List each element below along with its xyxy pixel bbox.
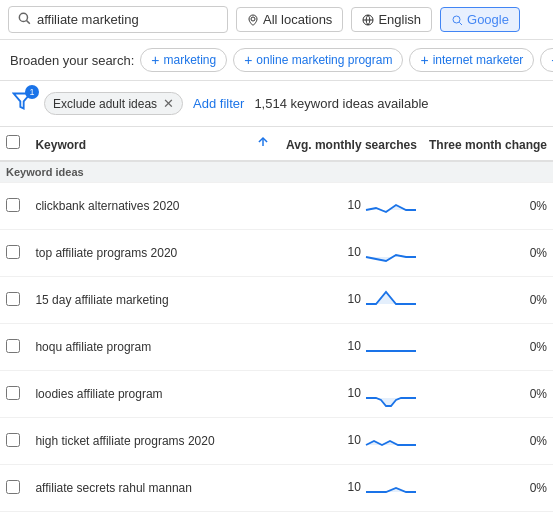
search-box[interactable]: affiliate marketing — [8, 6, 228, 33]
active-filter-label: Exclude adult ideas — [53, 97, 157, 111]
remove-filter-button[interactable]: ✕ — [163, 96, 174, 111]
select-all-checkbox[interactable] — [6, 135, 20, 149]
search-engine-icon — [451, 14, 463, 26]
search-icon — [17, 11, 31, 28]
row-checkbox[interactable] — [6, 198, 20, 212]
broaden-chip-label-2: internet marketer — [433, 53, 524, 67]
avg-cell: 10 — [280, 277, 423, 324]
arrow-cell — [245, 465, 280, 512]
broaden-chip-0[interactable]: + marketing — [140, 48, 227, 72]
search-engine-button[interactable]: Google — [440, 7, 520, 32]
plus-icon-0: + — [151, 52, 159, 68]
search-engine-label: Google — [467, 12, 509, 27]
table-header-row: Keyword Avg. monthly searches Three mont… — [0, 127, 553, 161]
language-button[interactable]: English — [351, 7, 432, 32]
row-checkbox-cell — [0, 418, 29, 465]
table-row: clickbank alternatives 2020100% — [0, 183, 553, 230]
add-filter-button[interactable]: Add filter — [193, 96, 244, 111]
arrow-cell — [245, 512, 280, 519]
keyword-table-wrap: Keyword Avg. monthly searches Three mont… — [0, 127, 553, 518]
top-bar: affiliate marketing All locations Englis… — [0, 0, 553, 40]
avg-number: 10 — [348, 292, 361, 306]
language-icon — [362, 14, 374, 26]
col-header-avg: Avg. monthly searches — [280, 127, 423, 161]
row-checkbox-cell — [0, 277, 29, 324]
row-checkbox[interactable] — [6, 433, 20, 447]
broaden-label: Broaden your search: — [10, 53, 134, 68]
plus-icon-1: + — [244, 52, 252, 68]
sparkline-svg — [365, 472, 417, 504]
location-button[interactable]: All locations — [236, 7, 343, 32]
section-header-row: Keyword ideas — [0, 161, 553, 183]
keyword-cell[interactable]: loodies affiliate program — [29, 371, 245, 418]
table-row: top affiliate programs 2020100% — [0, 230, 553, 277]
broaden-row: Broaden your search: + marketing + onlin… — [0, 40, 553, 81]
keyword-cell[interactable]: hoqu affiliate program — [29, 324, 245, 371]
table-row: loodies affiliate program100% — [0, 371, 553, 418]
col-header-keyword[interactable]: Keyword — [29, 127, 245, 161]
broaden-chip-1[interactable]: + online marketing program — [233, 48, 403, 72]
col-header-sort[interactable] — [245, 127, 280, 161]
avg-number: 10 — [348, 245, 361, 259]
change-cell: 0% — [423, 277, 553, 324]
broaden-chip-3[interactable]: + marketing — [540, 48, 553, 72]
keyword-cell[interactable]: google adsense ppc affiliate programs — [29, 512, 245, 519]
sparkline-svg — [365, 190, 417, 222]
svg-line-5 — [459, 22, 462, 25]
avg-cell: 10 — [280, 324, 423, 371]
arrow-cell — [245, 324, 280, 371]
avg-cell: 10 — [280, 512, 423, 519]
row-checkbox[interactable] — [6, 292, 20, 306]
broaden-chip-2[interactable]: + internet marketer — [409, 48, 534, 72]
svg-point-2 — [251, 17, 255, 21]
filter-icon-button[interactable]: 1 — [10, 89, 34, 118]
plus-icon-2: + — [420, 52, 428, 68]
change-cell: 0% — [423, 324, 553, 371]
location-icon — [247, 14, 259, 26]
keyword-cell[interactable]: 15 day affiliate marketing — [29, 277, 245, 324]
arrow-cell — [245, 371, 280, 418]
avg-cell: 10 — [280, 230, 423, 277]
sparkline-svg — [365, 237, 417, 269]
change-cell: 0% — [423, 418, 553, 465]
avg-cell: 10 — [280, 183, 423, 230]
avg-number: 10 — [348, 433, 361, 447]
arrow-cell — [245, 418, 280, 465]
keyword-cell[interactable]: top affiliate programs 2020 — [29, 230, 245, 277]
keyword-cell[interactable]: clickbank alternatives 2020 — [29, 183, 245, 230]
row-checkbox-cell — [0, 324, 29, 371]
change-cell: +∞ — [423, 512, 553, 519]
keyword-table: Keyword Avg. monthly searches Three mont… — [0, 127, 553, 518]
language-label: English — [378, 12, 421, 27]
table-row: affiliate secrets rahul mannan100% — [0, 465, 553, 512]
keyword-cell[interactable]: affiliate secrets rahul mannan — [29, 465, 245, 512]
sparkline-svg — [365, 378, 417, 410]
row-checkbox[interactable] — [6, 386, 20, 400]
arrow-cell — [245, 183, 280, 230]
table-body: Keyword ideas clickbank alternatives 202… — [0, 161, 553, 518]
filter-badge: 1 — [25, 85, 39, 99]
row-checkbox[interactable] — [6, 480, 20, 494]
row-checkbox[interactable] — [6, 245, 20, 259]
arrow-cell — [245, 230, 280, 277]
col-header-check[interactable] — [0, 127, 29, 161]
avg-number: 10 — [348, 480, 361, 494]
sort-icon — [256, 135, 270, 149]
keyword-cell[interactable]: high ticket affiliate programs 2020 — [29, 418, 245, 465]
location-label: All locations — [263, 12, 332, 27]
row-checkbox-cell — [0, 230, 29, 277]
row-checkbox-cell — [0, 512, 29, 519]
row-checkbox-cell — [0, 183, 29, 230]
sparkline-svg — [365, 331, 417, 363]
sparkline-svg — [365, 425, 417, 457]
table-row: high ticket affiliate programs 2020100% — [0, 418, 553, 465]
avg-number: 10 — [348, 198, 361, 212]
sparkline-svg — [365, 284, 417, 316]
avg-cell: 10 — [280, 418, 423, 465]
svg-point-4 — [453, 16, 460, 23]
svg-line-1 — [27, 21, 30, 24]
table-row: google adsense ppc affiliate programs10+… — [0, 512, 553, 519]
row-checkbox[interactable] — [6, 339, 20, 353]
table-row: hoqu affiliate program100% — [0, 324, 553, 371]
change-cell: 0% — [423, 230, 553, 277]
